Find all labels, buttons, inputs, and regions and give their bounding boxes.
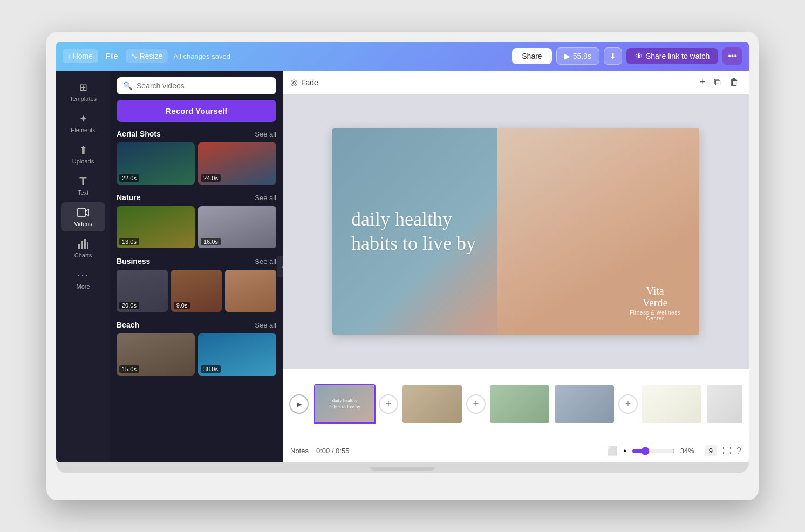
download-button[interactable]: ⬇ (604, 47, 622, 65)
transition-label: Fade (301, 78, 318, 87)
nature-video-2-duration: 16.0s (201, 238, 221, 245)
aerial-video-1[interactable]: 22.0s (117, 142, 195, 185)
slide-counter-button[interactable]: 9 (705, 445, 717, 456)
zoom-slider[interactable] (632, 447, 675, 455)
timeline-slides: daily healthyhabits to live by + + (314, 384, 742, 424)
panel-collapse-handle[interactable]: ‹ (277, 256, 283, 277)
play-icon: ▶ (564, 52, 570, 60)
videos-icon (77, 207, 89, 219)
add-slide-after-1[interactable]: + (379, 394, 398, 414)
display-view-button[interactable]: ⬜ (607, 446, 618, 456)
search-input[interactable] (137, 81, 270, 90)
timecode: 0:00 / 0:55 (316, 447, 349, 455)
record-yourself-button[interactable]: Record Yourself (117, 100, 276, 122)
share-button[interactable]: Share (512, 48, 551, 64)
timeline-slide-6[interactable] (706, 384, 742, 424)
slide-canvas: daily healthy habits to live by VitaVerd… (332, 128, 699, 335)
present-button[interactable]: ▶ 55.8s (556, 47, 599, 65)
chevron-left-icon: ‹ (68, 52, 71, 60)
add-slide-after-4[interactable]: + (618, 394, 638, 414)
uploads-icon: ⬆ (77, 144, 89, 156)
play-button[interactable]: ▶ (289, 394, 309, 414)
share-link-label: Share link to watch (646, 52, 710, 60)
sidebar-item-label: More (76, 283, 90, 290)
status-right: ⬜ • 34% 9 ⛶ ? (607, 445, 741, 456)
add-slide-after-2[interactable]: + (466, 394, 486, 414)
timeline-slide-5[interactable] (641, 384, 702, 424)
sidebar-item-text[interactable]: T Text (61, 171, 105, 200)
transition-badge[interactable]: ◎ Fade (290, 77, 318, 87)
charts-icon (77, 238, 89, 250)
duplicate-slide-button[interactable]: ⧉ (712, 74, 723, 90)
aerial-video-2[interactable]: 24.0s (198, 142, 276, 185)
beach-video-2[interactable]: 38.0s (198, 333, 276, 376)
file-button[interactable]: File (101, 49, 122, 63)
sidebar: ⊞ Templates ✦ Elements ⬆ Uploads T Text (56, 71, 110, 462)
nature-see-all[interactable]: See all (255, 194, 276, 202)
share-link-button[interactable]: 👁 Share link to watch (626, 48, 718, 64)
beach-section-header: Beach See all (117, 320, 276, 329)
beach-grid: 15.0s 38.0s (117, 333, 276, 376)
sidebar-item-more[interactable]: ··· More (61, 265, 105, 294)
sidebar-item-uploads[interactable]: ⬆ Uploads (61, 140, 105, 169)
timeline-area: ▶ daily healthyhabits to live by (283, 369, 749, 439)
timeline-slide-2[interactable] (401, 384, 463, 424)
nature-video-1[interactable]: 13.0s (117, 206, 195, 248)
delete-slide-button[interactable]: 🗑 (727, 74, 741, 90)
main-content: ⊞ Templates ✦ Elements ⬆ Uploads T Text (56, 71, 749, 462)
topbar-left: ‹ Home File ⤡ Resize All changes saved (63, 49, 230, 63)
sidebar-item-charts[interactable]: Charts (61, 234, 105, 263)
timeline-slide-1[interactable]: daily healthyhabits to live by (314, 384, 376, 424)
sidebar-item-elements[interactable]: ✦ Elements (61, 108, 105, 138)
svg-rect-3 (84, 239, 86, 249)
videos-panel: 🔍 Record Yourself Aerial Shots See all 2… (110, 71, 283, 462)
fullscreen-button[interactable]: ⛶ (722, 446, 731, 456)
business-section-header: Business See all (117, 257, 276, 265)
resize-button[interactable]: ⤡ Resize (126, 49, 168, 63)
canvas-main[interactable]: daily healthy habits to live by VitaVerd… (283, 94, 749, 369)
business-video-1[interactable]: 20.0s (117, 270, 168, 312)
beach-see-all[interactable]: See all (255, 321, 276, 329)
brand-subtitle: Fitness & Wellness Center (630, 310, 680, 322)
business-grid: 20.0s 9.0s (117, 270, 276, 312)
canvas-actions: + ⧉ 🗑 (697, 74, 741, 90)
help-button[interactable]: ? (736, 446, 741, 456)
elements-icon: ✦ (77, 113, 89, 125)
aerial-title: Aerial Shots (117, 129, 161, 138)
nature-grid: 13.0s 16.0s (117, 206, 276, 248)
saved-status: All changes saved (173, 52, 230, 60)
resize-label: Resize (140, 52, 163, 60)
eye-icon: 👁 (635, 52, 643, 60)
aerial-section-header: Aerial Shots See all (117, 129, 276, 138)
business-video-2[interactable]: 9.0s (171, 270, 222, 312)
fade-icon: ◎ (290, 77, 298, 87)
beach-video-1[interactable]: 15.0s (117, 333, 195, 376)
business-see-all[interactable]: See all (255, 257, 276, 265)
more-options-button[interactable]: ••• (722, 47, 742, 65)
sidebar-item-label: Elements (71, 127, 95, 133)
add-slide-button[interactable]: + (697, 74, 707, 90)
nature-video-2[interactable]: 16.0s (198, 206, 276, 248)
search-icon: 🔍 (123, 81, 132, 90)
beach-video-1-duration: 15.0s (119, 365, 139, 373)
timeline-slide-wrapper-1: daily healthyhabits to live by (314, 384, 376, 424)
business-title: Business (117, 257, 150, 265)
svg-rect-4 (87, 242, 88, 249)
canvas-toolbar: ◎ Fade + ⧉ 🗑 (283, 71, 749, 94)
business-video-3[interactable] (225, 270, 276, 312)
sidebar-item-templates[interactable]: ⊞ Templates (61, 77, 105, 106)
resize-icon: ⤡ (131, 52, 138, 60)
nature-section-header: Nature See all (117, 193, 276, 202)
notes-button[interactable]: Notes (290, 447, 309, 455)
sidebar-item-label: Text (78, 189, 88, 196)
nature-video-1-duration: 13.0s (119, 238, 139, 245)
svg-rect-2 (81, 241, 83, 249)
sidebar-item-videos[interactable]: Videos (61, 202, 105, 231)
templates-icon: ⊞ (77, 81, 89, 93)
aerial-see-all[interactable]: See all (255, 130, 276, 138)
sidebar-item-label: Uploads (72, 158, 94, 165)
search-bar: 🔍 (117, 77, 276, 94)
timeline-slide-3[interactable] (489, 384, 550, 424)
timeline-slide-4[interactable] (554, 384, 615, 424)
home-button[interactable]: ‹ Home (63, 49, 98, 63)
